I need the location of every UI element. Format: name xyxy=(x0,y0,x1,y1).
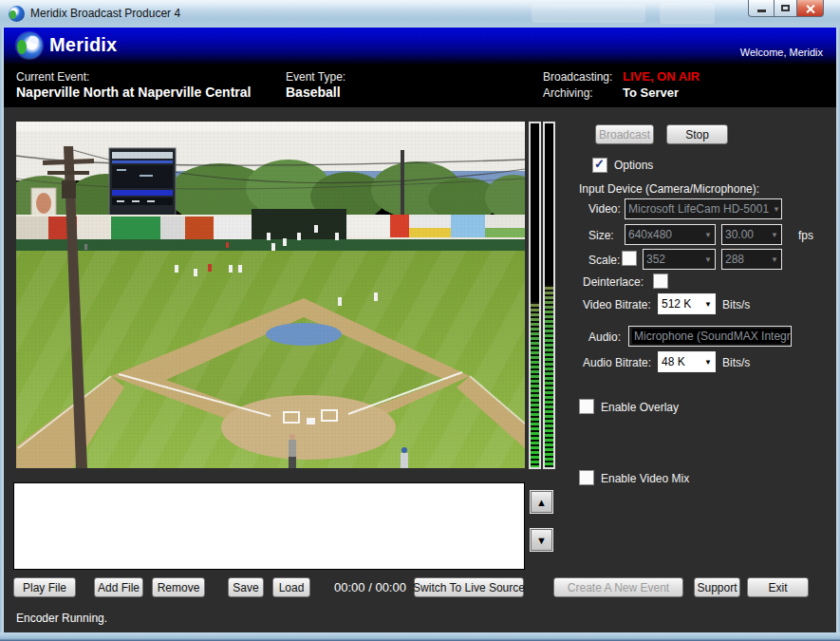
video-bitrate-value: 512 K xyxy=(662,297,691,311)
audio-meter-right-level xyxy=(545,285,553,467)
audio-device-value: Microphone (SoundMAX Integr xyxy=(632,329,792,344)
title-bar[interactable]: Meridix Broadcast Producer 4 xyxy=(0,0,840,28)
load-button[interactable]: Load xyxy=(272,577,310,597)
enable-overlay-label: Enable Overlay xyxy=(601,401,679,414)
video-bitrate-unit: Bits/s xyxy=(722,298,750,311)
chevron-down-icon: ▼ xyxy=(700,300,712,309)
glass-reflection xyxy=(532,4,645,23)
audio-bitrate-value: 48 K xyxy=(662,355,685,368)
window-border-left xyxy=(0,28,4,632)
playback-time: 00:00 / 00:00 xyxy=(327,580,414,594)
stop-button[interactable]: Stop xyxy=(666,124,728,144)
scale-width-value: 352 xyxy=(646,253,665,266)
broadcasting-label: Broadcasting: xyxy=(543,70,612,84)
maximize-button[interactable] xyxy=(774,0,797,17)
brand-name: Meridix xyxy=(49,34,117,56)
size-select: 640x480 ▼ xyxy=(625,224,716,245)
chevron-down-icon: ▼ xyxy=(700,358,712,367)
input-device-label: Input Device (Camera/Microphone): xyxy=(579,182,759,196)
chevron-down-icon: ▼ xyxy=(700,255,712,264)
support-button[interactable]: Support xyxy=(694,577,740,597)
chevron-down-icon: ▼ xyxy=(767,231,778,239)
status-text: Encoder Running. xyxy=(16,612,107,625)
playlist-scroll-up-button[interactable]: ▲ xyxy=(531,491,552,513)
audio-meter-left-level xyxy=(531,302,539,467)
options-checkbox[interactable]: ✓ xyxy=(592,158,607,173)
chevron-down-icon: ▼ xyxy=(769,205,780,214)
meridix-logo-icon xyxy=(16,32,43,59)
close-icon xyxy=(806,4,815,13)
baseball-field-image xyxy=(16,122,525,468)
playlist-scroll-down-button[interactable]: ▼ xyxy=(531,529,552,551)
broadcast-button: Broadcast xyxy=(595,124,654,144)
welcome-text: Welcome, Meridix xyxy=(740,47,823,58)
close-button[interactable] xyxy=(797,0,824,17)
archiving-label: Archiving: xyxy=(543,86,593,100)
video-device-value: Microsoft LifeCam HD-5001 xyxy=(628,202,769,216)
fps-select: 30.00 ▼ xyxy=(721,224,782,245)
enable-video-mix-label: Enable Video Mix xyxy=(601,472,689,485)
create-new-event-button: Create A New Event xyxy=(553,577,683,597)
check-icon: ✓ xyxy=(594,157,605,171)
window-controls xyxy=(748,0,824,17)
playlist-box[interactable] xyxy=(13,482,525,570)
audio-device-select: Microphone (SoundMAX Integr ▼ xyxy=(628,326,792,347)
audio-bitrate-unit: Bits/s xyxy=(722,356,750,369)
audio-bitrate-label: Audio Bitrate: xyxy=(583,356,651,369)
brand-header: Meridix Welcome, Meridix xyxy=(4,28,836,65)
deinterlace-label: Deinterlace: xyxy=(583,275,644,289)
app-icon xyxy=(9,6,25,22)
scroll-up-icon: ▲ xyxy=(536,497,547,508)
video-bitrate-label: Video Bitrate: xyxy=(583,298,651,311)
enable-overlay-checkbox[interactable]: ✓ xyxy=(579,399,594,414)
window-title: Meridix Broadcast Producer 4 xyxy=(30,7,180,20)
window-border-bottom xyxy=(0,632,840,641)
video-device-label: Video: xyxy=(588,202,621,216)
broadcasting-status: LIVE, ON AIR xyxy=(623,69,700,84)
maximize-icon xyxy=(781,5,790,11)
minimize-icon xyxy=(757,9,766,12)
remove-button[interactable]: Remove xyxy=(152,577,205,597)
minimize-button[interactable] xyxy=(748,0,774,17)
current-event-label: Current Event: xyxy=(16,70,89,84)
fps-label: fps xyxy=(798,229,813,242)
video-bitrate-select[interactable]: 512 K ▼ xyxy=(658,293,716,314)
window-border-right xyxy=(836,28,840,632)
chevron-down-icon: ▼ xyxy=(767,255,778,264)
switch-to-live-source-button[interactable]: Switch To Live Source xyxy=(414,577,524,597)
scale-height-select: 288 ▼ xyxy=(721,249,782,270)
audio-device-label: Audio: xyxy=(588,330,621,344)
scale-checkbox[interactable]: ✓ xyxy=(622,251,637,266)
app-window: Meridix Broadcast Producer 4 Meridix Wel… xyxy=(0,0,840,641)
video-device-select: Microsoft LifeCam HD-5001 ▼ xyxy=(625,198,782,219)
scale-height-value: 288 xyxy=(725,253,744,266)
exit-button[interactable]: Exit xyxy=(747,577,809,597)
chevron-down-icon: ▼ xyxy=(700,231,712,239)
play-file-button[interactable]: Play File xyxy=(13,577,76,597)
audio-meter-left xyxy=(529,122,541,469)
add-file-button[interactable]: Add File xyxy=(94,577,143,597)
fps-value: 30.00 xyxy=(725,228,754,241)
event-bar: Current Event: Naperville North at Naper… xyxy=(4,65,836,107)
video-preview xyxy=(16,122,525,468)
audio-meter-right xyxy=(543,122,555,469)
event-type-value: Baseball xyxy=(286,85,341,100)
scale-width-select: 352 ▼ xyxy=(643,249,716,270)
audio-bitrate-select[interactable]: 48 K ▼ xyxy=(658,351,716,372)
deinterlace-checkbox[interactable]: ✓ xyxy=(653,273,668,289)
current-event-value: Naperville North at Naperville Central xyxy=(16,85,251,100)
event-type-label: Event Type: xyxy=(286,70,345,84)
scale-label: Scale: xyxy=(588,254,620,267)
glass-reflection xyxy=(660,3,715,24)
scroll-down-icon: ▼ xyxy=(536,535,547,546)
size-value: 640x480 xyxy=(628,228,672,241)
options-label: Options xyxy=(614,159,653,172)
save-button[interactable]: Save xyxy=(228,577,264,597)
size-label: Size: xyxy=(588,229,614,242)
enable-video-mix-checkbox[interactable]: ✓ xyxy=(579,470,594,485)
archiving-status: To Server xyxy=(623,85,679,100)
